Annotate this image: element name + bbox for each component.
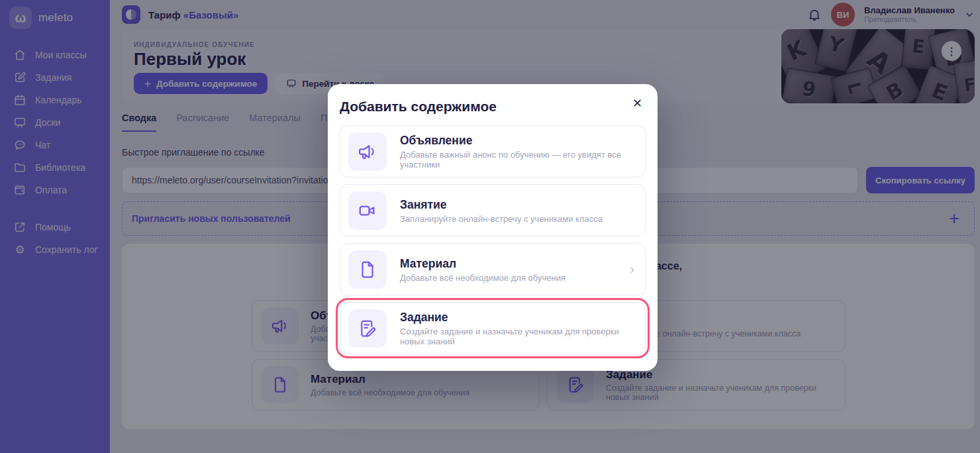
modal-option-announcement[interactable]: Объявление Добавьте важный анонс по обуч… — [340, 125, 646, 177]
modal-option-lesson[interactable]: Занятие Запланируйте онлайн-встречу с уч… — [340, 184, 646, 236]
task-icon — [348, 309, 387, 348]
video-icon — [348, 191, 387, 230]
option-subtitle: Добавьте важный анонс по обучению — его … — [400, 150, 637, 170]
option-subtitle: Запланируйте онлайн-встречу с учениками … — [400, 214, 603, 224]
option-title: Занятие — [400, 197, 603, 212]
option-title: Материал — [400, 256, 565, 271]
modal-options: Объявление Добавьте важный анонс по обуч… — [340, 125, 646, 354]
option-subtitle: Создайте задание и назначьте ученикам дл… — [400, 327, 637, 346]
modal-option-material[interactable]: Материал Добавьте всё необходимое для об… — [340, 243, 646, 295]
option-text: Задание Создайте задание и назначьте уче… — [400, 310, 637, 346]
modal-option-assignment[interactable]: Задание Создайте задание и назначьте уче… — [340, 302, 646, 354]
chevron-right-icon: › — [630, 262, 637, 277]
option-subtitle: Добавьте всё необходимое для обучения — [400, 273, 565, 283]
megaphone-icon — [348, 132, 387, 171]
option-text: Объявление Добавьте важный анонс по обуч… — [400, 133, 637, 170]
app-root: ω meleto Мои классы Задания Календарь До… — [0, 0, 980, 453]
option-title: Задание — [400, 310, 637, 325]
modal-title: Добавить содержимое — [340, 99, 646, 115]
option-text: Материал Добавьте всё необходимое для об… — [400, 256, 565, 283]
file-icon — [348, 250, 387, 289]
option-title: Объявление — [400, 133, 637, 148]
close-icon: ✕ — [632, 97, 642, 110]
close-button[interactable]: ✕ — [628, 95, 646, 112]
option-text: Занятие Запланируйте онлайн-встречу с уч… — [400, 197, 603, 224]
add-content-modal: Добавить содержимое ✕ Объявление Добавьт… — [328, 84, 658, 371]
